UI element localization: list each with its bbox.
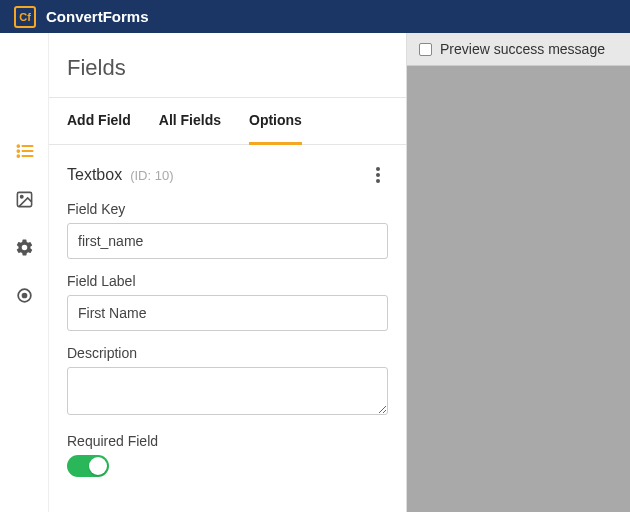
app-title: ConvertForms (46, 8, 149, 25)
preview-success-checkbox[interactable] (419, 43, 432, 56)
svg-point-0 (17, 145, 19, 147)
preview-panel: Preview success message (407, 33, 630, 512)
preview-header: Preview success message (407, 33, 630, 66)
svg-point-7 (21, 195, 23, 197)
field-id-label: (ID: 10) (130, 168, 173, 183)
field-key-input[interactable] (67, 223, 388, 259)
sidebar (0, 33, 49, 512)
app-logo-text: Cf (19, 11, 31, 23)
svg-point-4 (17, 155, 19, 157)
tabs: Add Field All Fields Options (49, 97, 406, 145)
image-icon[interactable] (15, 189, 35, 209)
target-icon[interactable] (15, 285, 35, 305)
panel-title: Fields (49, 33, 406, 97)
app-header: Cf ConvertForms (0, 0, 630, 33)
field-type-label: Textbox (67, 166, 122, 184)
field-key-label: Field Key (67, 201, 388, 217)
toggle-knob (89, 457, 107, 475)
kebab-menu-icon[interactable] (368, 165, 388, 185)
tab-add-field[interactable]: Add Field (67, 98, 131, 145)
preview-success-label: Preview success message (440, 41, 605, 57)
required-toggle[interactable] (67, 455, 109, 477)
tab-all-fields[interactable]: All Fields (159, 98, 221, 145)
required-label: Required Field (67, 433, 388, 449)
list-icon[interactable] (15, 141, 35, 161)
description-label: Description (67, 345, 388, 361)
fields-panel: Fields Add Field All Fields Options Text… (49, 33, 407, 512)
svg-point-9 (23, 293, 27, 297)
app-logo: Cf (14, 6, 36, 28)
svg-point-2 (17, 150, 19, 152)
gear-icon[interactable] (15, 237, 35, 257)
description-textarea[interactable] (67, 367, 388, 415)
field-label-label: Field Label (67, 273, 388, 289)
tab-options[interactable]: Options (249, 98, 302, 145)
field-section-header: Textbox (ID: 10) (49, 145, 406, 193)
field-label-input[interactable] (67, 295, 388, 331)
